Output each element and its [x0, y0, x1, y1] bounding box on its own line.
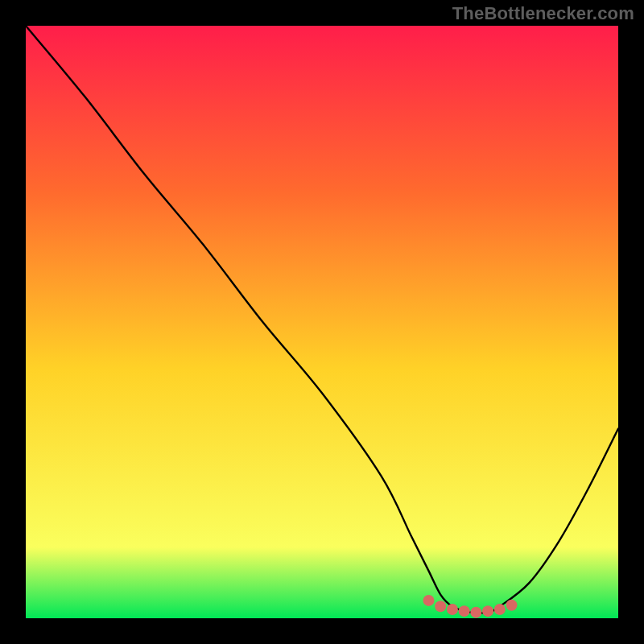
minimum-marker	[423, 595, 434, 606]
minimum-marker	[482, 605, 493, 617]
attribution-text: TheBottlenecker.com	[452, 3, 634, 24]
bottleneck-chart	[0, 0, 644, 644]
minimum-marker	[506, 600, 518, 611]
minimum-marker	[459, 605, 470, 617]
minimum-marker	[447, 604, 458, 615]
plot-background	[26, 26, 618, 618]
minimum-marker	[470, 607, 481, 618]
minimum-marker	[494, 604, 506, 615]
minimum-marker	[435, 601, 446, 612]
chart-frame: TheBottlenecker.com	[0, 0, 644, 644]
